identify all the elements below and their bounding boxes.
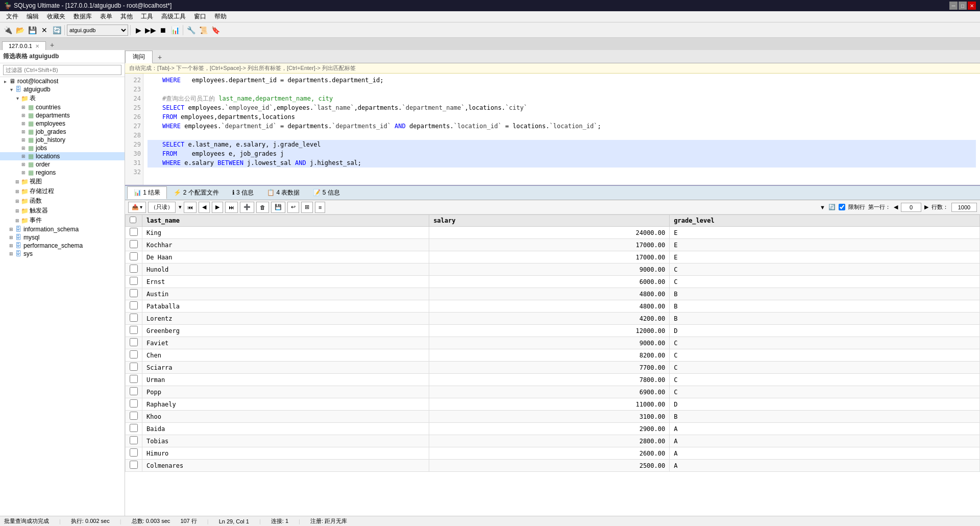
row-select-checkbox[interactable] <box>130 399 138 408</box>
tree-folder-functions[interactable]: ⊞ 📁 函数 <box>0 196 125 206</box>
result-tab-4[interactable]: 📋 4 表数据 <box>260 186 306 199</box>
tree-expand-atguigudb[interactable]: ▾ <box>8 87 14 92</box>
row-select-checkbox[interactable] <box>130 252 138 260</box>
tree-expand-information-schema[interactable]: ⊞ <box>8 227 14 232</box>
menu-window[interactable]: 窗口 <box>190 11 210 22</box>
tree-item-atguigudb[interactable]: ▾ 🗄 atguigudb <box>0 85 125 93</box>
row-select-checkbox[interactable] <box>130 461 138 469</box>
new-connection-button[interactable]: 🔌 <box>2 25 13 36</box>
row-select-checkbox[interactable] <box>130 424 138 432</box>
sql-editor-content[interactable]: WHERE employees.department_id = departme… <box>143 74 980 185</box>
result-tab-1[interactable]: 📊 1 结果 <box>127 186 167 199</box>
tree-expand-views[interactable]: ⊞ <box>14 179 20 184</box>
row-select-checkbox[interactable] <box>130 314 138 322</box>
tree-folder-procedures[interactable]: ⊞ 📁 存储过程 <box>0 186 125 196</box>
close-conn-button[interactable]: ✕ <box>39 25 50 36</box>
table-row[interactable]: Popp 6900.00 C <box>126 386 980 398</box>
tree-table-locations[interactable]: ⊞ ▦ locations <box>0 152 125 160</box>
row-select-checkbox[interactable] <box>130 326 138 334</box>
first-row-input[interactable] <box>901 203 921 212</box>
title-bar-controls[interactable]: ─ □ ✕ <box>949 2 976 10</box>
row-select-checkbox[interactable] <box>130 277 138 285</box>
table-row[interactable]: King 24000.00 E <box>126 227 980 239</box>
menu-file[interactable]: 文件 <box>2 11 22 22</box>
result-tab-3[interactable]: ℹ 3 信息 <box>226 186 260 199</box>
row-select-checkbox[interactable] <box>130 289 138 297</box>
table-row[interactable]: Hunold 9000.00 C <box>126 264 980 276</box>
tree-folder-tables[interactable]: ▾ 📁 表 <box>0 93 125 103</box>
row-select-checkbox[interactable] <box>130 301 138 309</box>
result-tab-2[interactable]: ⚡ 2 个配置文件 <box>167 186 225 199</box>
execute-all-button[interactable]: ▶▶ <box>145 25 156 36</box>
row-select-checkbox[interactable] <box>130 387 138 395</box>
row-select-checkbox[interactable] <box>130 436 138 444</box>
table-row[interactable]: Colmenares 2500.00 A <box>126 460 980 472</box>
menu-other[interactable]: 其他 <box>116 11 137 22</box>
tree-expand-job-history[interactable]: ⊞ <box>20 137 27 142</box>
select-all-checkbox[interactable] <box>130 217 136 223</box>
next-arrow[interactable]: ▶ <box>924 204 928 210</box>
bookmark-button[interactable]: 🔖 <box>210 25 221 36</box>
execute-button[interactable]: ▶ <box>133 25 144 36</box>
tree-expand-order[interactable]: ⊞ <box>20 162 27 167</box>
menu-edit[interactable]: 编辑 <box>22 11 43 22</box>
tree-expand-countries[interactable]: ⊞ <box>20 105 27 110</box>
tree-expand-tables[interactable]: ▾ <box>14 95 20 101</box>
reconnect-button[interactable]: 🔄 <box>51 25 62 36</box>
table-row[interactable]: Khoo 3100.00 B <box>126 411 980 423</box>
tree-table-employees[interactable]: ⊞ ▦ employees <box>0 119 125 128</box>
save-button[interactable]: 💾 <box>27 25 38 36</box>
row-select-checkbox[interactable] <box>130 240 138 248</box>
tree-table-jobs[interactable]: ⊞ ▦ jobs <box>0 144 125 152</box>
connection-tab-main[interactable]: 127.0.0.1 ✕ <box>2 41 46 50</box>
table-row[interactable]: Chen 8200.00 C <box>126 349 980 362</box>
tree-db-information-schema[interactable]: ⊞ 🗄 information_schema <box>0 225 125 233</box>
tree-table-departments[interactable]: ⊞ ▦ departments <box>0 111 125 119</box>
menu-table[interactable]: 表单 <box>96 11 116 22</box>
menu-advanced-tools[interactable]: 高级工具 <box>157 11 190 22</box>
table-row[interactable]: Urman 7800.00 C <box>126 374 980 386</box>
grid-view-button[interactable]: ⊞ <box>301 202 313 213</box>
row-select-checkbox[interactable] <box>130 448 138 457</box>
database-select[interactable]: atgui.gudb <box>67 25 128 36</box>
tree-expand-triggers[interactable]: ⊞ <box>14 208 20 213</box>
tree-table-job-grades[interactable]: ⊞ ▦ job_grades <box>0 128 125 136</box>
tree-expand-events[interactable]: ⊞ <box>14 218 20 223</box>
table-row[interactable]: Greenberg 12000.00 D <box>126 325 980 337</box>
col-header-salary[interactable]: salary <box>429 215 670 227</box>
col-header-grade-level[interactable]: grade_level <box>670 215 980 227</box>
limit-row-checkbox[interactable] <box>839 204 845 210</box>
menu-help[interactable]: 帮助 <box>210 11 231 22</box>
table-row[interactable]: De Haan 17000.00 E <box>126 251 980 264</box>
prev-arrow[interactable]: ◀ <box>894 204 898 210</box>
result-tab-5[interactable]: 📝 5 信息 <box>306 186 346 199</box>
tree-expand-locations[interactable]: ⊞ <box>20 154 27 159</box>
table-row[interactable]: Ernst 6000.00 C <box>126 276 980 288</box>
export-button[interactable]: 📤 ▾ <box>128 202 146 213</box>
table-row[interactable]: Kochhar 17000.00 E <box>126 239 980 251</box>
sidebar-filter-input[interactable] <box>3 65 121 75</box>
col-header-last-name[interactable]: last_name <box>142 215 429 227</box>
maximize-button[interactable]: □ <box>959 2 967 10</box>
tree-expand-sys[interactable]: ⊞ <box>8 251 14 256</box>
tree-expand-procedures[interactable]: ⊞ <box>14 189 20 194</box>
history-button[interactable]: 📜 <box>198 25 209 36</box>
row-select-checkbox[interactable] <box>130 375 138 383</box>
tree-folder-views[interactable]: ⊞ 📁 视图 <box>0 177 125 186</box>
table-row[interactable]: Pataballa 4800.00 B <box>126 300 980 313</box>
tree-expand-job-grades[interactable]: ⊞ <box>20 129 27 134</box>
menu-favorites[interactable]: 收藏夹 <box>43 11 69 22</box>
row-select-checkbox[interactable] <box>130 350 138 358</box>
first-record-button[interactable]: ⏮ <box>184 202 197 213</box>
tree-folder-events[interactable]: ⊞ 📁 事件 <box>0 216 125 225</box>
table-row[interactable]: Himuro 2600.00 A <box>126 447 980 460</box>
open-button[interactable]: 📂 <box>14 25 26 36</box>
tree-table-order[interactable]: ⊞ ▦ order <box>0 160 125 169</box>
tree-db-performance-schema[interactable]: ⊞ 🗄 performance_schema <box>0 242 125 250</box>
query-tab-add[interactable]: + <box>153 52 167 63</box>
query-tab-main[interactable]: 询问 <box>125 51 153 63</box>
minimize-button[interactable]: ─ <box>949 2 958 10</box>
tree-item-server[interactable]: ▸ 🖥 root@localhost <box>0 77 125 85</box>
prev-record-button[interactable]: ◀ <box>199 202 210 213</box>
tree-db-sys[interactable]: ⊞ 🗄 sys <box>0 250 125 258</box>
